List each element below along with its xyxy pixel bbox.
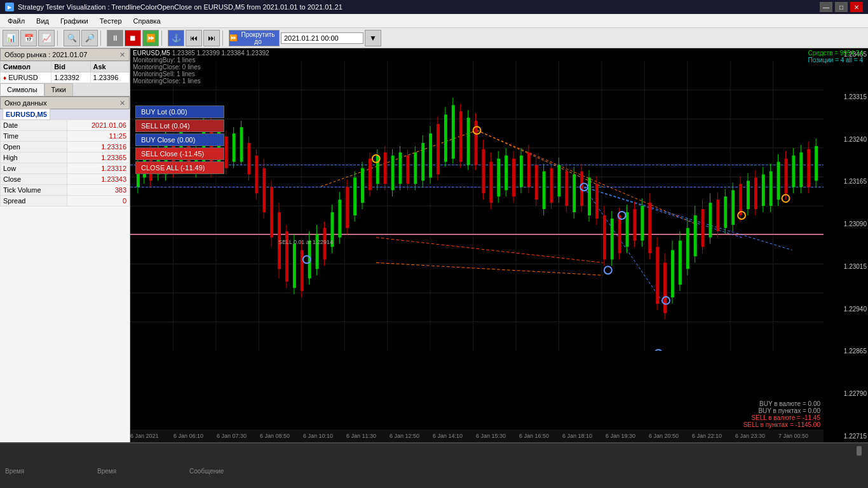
svg-point-222 bbox=[604, 266, 612, 274]
chart-info-line: MonitoringClose: 1 lines bbox=[133, 78, 269, 85]
svg-rect-199 bbox=[754, 177, 757, 209]
toolbar-btn-1[interactable]: 📊 bbox=[3, 30, 19, 46]
svg-line-27 bbox=[376, 262, 603, 275]
data-row-label: Low bbox=[1, 163, 67, 174]
title-bar-controls[interactable]: — □ ✕ bbox=[820, 2, 863, 12]
minimize-button[interactable]: — bbox=[820, 2, 832, 12]
trade-btn-sell[interactable]: SELL Lot (0.04) bbox=[135, 119, 224, 132]
svg-rect-173 bbox=[656, 247, 659, 304]
chart-overlay-top-right: Средств = 9954.34 Позиции = 4 all = 4 bbox=[808, 50, 863, 64]
data-row: Open1.23316 bbox=[1, 142, 130, 152]
data-row: Tick Volume383 bbox=[1, 185, 130, 196]
data-row-label: Time bbox=[1, 131, 67, 142]
toolbar-separator-1 bbox=[57, 30, 61, 46]
scroll-date-input[interactable] bbox=[281, 32, 363, 44]
col-ask: Ask bbox=[90, 62, 129, 72]
chart-bottom-info-line: SELL в пунктах = -1145.00 bbox=[743, 421, 820, 428]
market-row-eurusd[interactable]: ♦ EURUSD 1.23392 1.23396 bbox=[1, 72, 130, 83]
data-row-label: Close bbox=[1, 174, 67, 185]
svg-rect-197 bbox=[747, 180, 750, 209]
toolbar-zoom-in[interactable]: 🔍 bbox=[64, 30, 80, 46]
trade-btn-close-all[interactable]: CLOSE ALL (-11.49) bbox=[135, 161, 224, 174]
trade-btn-buy-close[interactable]: BUY Close (0.00) bbox=[135, 133, 224, 146]
market-overview-header: Обзор рынка : 2021.01.07 ✕ bbox=[0, 48, 130, 61]
trade-btn-buy[interactable]: BUY Lot (0.00) bbox=[135, 105, 224, 118]
data-row: Low1.23312 bbox=[1, 163, 130, 174]
price-tick: 1.22865 bbox=[825, 348, 867, 355]
scroll-date-dropdown[interactable]: ▼ bbox=[365, 30, 381, 46]
menu-file[interactable]: Файл bbox=[3, 16, 30, 26]
data-window-close[interactable]: ✕ bbox=[119, 99, 125, 107]
data-row-label: High bbox=[1, 152, 67, 163]
price-tick: 1.23240 bbox=[825, 136, 867, 143]
market-ask: 1.23396 bbox=[90, 72, 129, 83]
svg-rect-211 bbox=[799, 152, 803, 187]
svg-line-30 bbox=[477, 130, 603, 187]
menu-bar: Файл Вид Графики Тестер Справка bbox=[0, 14, 868, 28]
svg-text:SELL 0.01 at 1.22914: SELL 0.01 at 1.22914 bbox=[278, 239, 333, 245]
data-row: Date2021.01.06 bbox=[1, 120, 130, 131]
menu-tester[interactable]: Тестер bbox=[95, 16, 127, 26]
time-tick: 6 Jan 2021 bbox=[130, 433, 159, 439]
toolbar-separator-3 bbox=[161, 30, 165, 46]
menu-help[interactable]: Справка bbox=[128, 16, 166, 26]
svg-rect-228 bbox=[857, 446, 862, 456]
svg-rect-163 bbox=[618, 215, 621, 254]
col-symbol: Символ bbox=[1, 62, 51, 72]
toolbar-play[interactable]: ⏸ bbox=[107, 30, 123, 46]
toolbar-forward[interactable]: ⏩ bbox=[142, 30, 159, 46]
toolbar-scroll-icon[interactable]: ⏩ Прокрутить до bbox=[229, 30, 280, 46]
svg-rect-61 bbox=[233, 133, 236, 162]
data-row-value: 11:25 bbox=[67, 131, 129, 142]
data-window-symbol: EURUSD,M5 bbox=[3, 109, 50, 120]
data-row-label: Tick Volume bbox=[1, 185, 67, 196]
market-tab-bar: Символы Тики bbox=[0, 83, 130, 97]
toolbar-stop[interactable]: ⏹ bbox=[125, 30, 141, 46]
title-bar: ▶ Strategy Tester Visualization : Trendl… bbox=[0, 0, 868, 14]
data-row-label: Date bbox=[1, 120, 67, 131]
svg-point-226 bbox=[654, 349, 662, 351]
market-overview-close[interactable]: ✕ bbox=[119, 51, 125, 59]
toolbar-btn-3[interactable]: 📈 bbox=[38, 30, 55, 46]
toolbar-next[interactable]: ⏭ bbox=[203, 30, 220, 46]
time-tick: 6 Jan 16:50 bbox=[519, 433, 549, 439]
chart-info-line: MonitoringSell: 1 lines bbox=[133, 71, 269, 78]
market-table: Символ Bid Ask ♦ EURUSD 1.23392 1.23396 bbox=[0, 61, 130, 83]
tab-symbols[interactable]: Символы bbox=[0, 83, 44, 96]
data-row-value: 1.23316 bbox=[67, 142, 129, 152]
chart-bottom-info-line: SELL в валюте = -11.45 bbox=[743, 414, 820, 421]
main-area: Обзор рынка : 2021.01.07 ✕ Символ Bid As… bbox=[0, 48, 868, 442]
time-tick: 6 Jan 10:10 bbox=[303, 433, 333, 439]
data-row-value: 383 bbox=[67, 185, 129, 196]
col-bid: Bid bbox=[51, 62, 90, 72]
menu-view[interactable]: Вид bbox=[31, 16, 54, 26]
svg-rect-183 bbox=[694, 215, 697, 256]
time-tick: 6 Jan 12:50 bbox=[390, 433, 419, 439]
title-bar-left: ▶ Strategy Tester Visualization : Trendl… bbox=[5, 3, 342, 11]
data-row: High1.23365 bbox=[1, 152, 130, 163]
time-tick: 6 Jan 11:30 bbox=[346, 433, 376, 439]
data-window-header: Окно данных ✕ bbox=[0, 97, 130, 109]
data-row: Spread0 bbox=[1, 196, 130, 207]
toolbar-btn-2[interactable]: 📅 bbox=[20, 30, 37, 46]
menu-charts[interactable]: Графики bbox=[55, 16, 93, 26]
app-icon: ▶ bbox=[5, 3, 14, 11]
log-header: Время Время Сообщение bbox=[0, 444, 868, 488]
left-panel: Обзор рынка : 2021.01.07 ✕ Символ Bid As… bbox=[0, 48, 130, 442]
time-tick: 6 Jan 08:50 bbox=[260, 433, 290, 439]
chart-info-line: MonitoringClose: 0 lines bbox=[133, 64, 269, 71]
toolbar-prev[interactable]: ⏮ bbox=[186, 30, 202, 46]
toolbar-anchor[interactable]: ⚓ bbox=[168, 30, 184, 46]
close-button[interactable]: ✕ bbox=[850, 2, 863, 12]
log-scroll-indicator[interactable] bbox=[855, 445, 863, 488]
log-col-message: Сообщение bbox=[189, 468, 224, 475]
toolbar: 📊 📅 📈 🔍 🔎 ⏸ ⏹ ⏩ ⚓ ⏮ ⏭ ⏩ Прокрутить до ▼ bbox=[0, 28, 868, 48]
tab-tiki[interactable]: Тики bbox=[44, 83, 73, 96]
maximize-button[interactable]: □ bbox=[835, 2, 848, 12]
svg-line-31 bbox=[477, 130, 698, 225]
svg-rect-113 bbox=[429, 133, 432, 177]
toolbar-zoom-out[interactable]: 🔎 bbox=[81, 30, 98, 46]
trade-btn-sell-close[interactable]: SELL Close (-11.45) bbox=[135, 147, 224, 160]
chart-area[interactable]: EURUSD,M5 1.23385 1.23399 1.23384 1.2339… bbox=[130, 48, 868, 442]
time-tick: 6 Jan 23:30 bbox=[735, 433, 765, 439]
